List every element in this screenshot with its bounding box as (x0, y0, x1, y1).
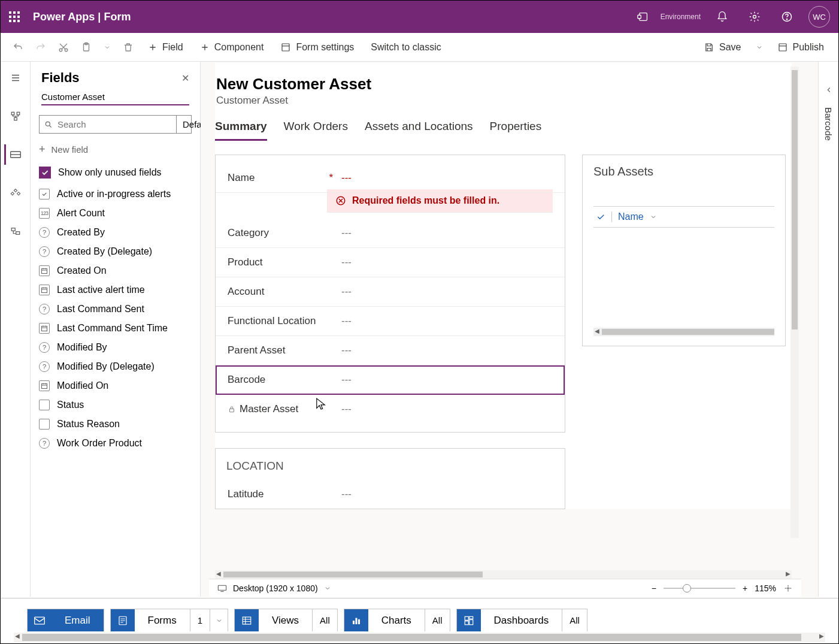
chevron-down-icon[interactable] (324, 585, 331, 592)
form-field-row[interactable]: Product--- (216, 248, 565, 277)
field-list-item[interactable]: ?Modified By (Delegate) (31, 357, 200, 376)
device-label[interactable]: Desktop (1920 x 1080) (233, 583, 318, 593)
tab-label: Email (52, 609, 104, 631)
save-button[interactable]: Save (696, 38, 748, 56)
form-field-row[interactable]: Functional Location--- (216, 307, 565, 336)
subassets-section[interactable]: Sub Assets Name ◀ (582, 155, 786, 346)
field-list-item[interactable]: ?Modified By (31, 338, 200, 357)
field-list-item[interactable]: Modified On (31, 376, 200, 395)
svg-rect-9 (282, 44, 289, 51)
help-icon[interactable] (776, 6, 798, 28)
form-field-row[interactable]: Category--- (216, 219, 565, 248)
rail-hamburger[interactable] (5, 68, 26, 88)
form-field-row[interactable]: Parent Asset--- (216, 336, 565, 365)
solution-tab[interactable]: ChartsAll (344, 609, 450, 631)
form-field-row[interactable]: Name*--- (216, 164, 565, 193)
svg-rect-13 (14, 117, 17, 120)
publish-button[interactable]: Publish (770, 38, 831, 56)
save-dropdown[interactable] (751, 40, 768, 55)
cut-button[interactable] (53, 38, 74, 56)
selected-field-label: Barcode (823, 107, 834, 141)
svg-rect-18 (42, 269, 47, 274)
switch-classic-button[interactable]: Switch to classic (364, 38, 448, 56)
paste-dropdown[interactable] (99, 40, 116, 55)
canvas-vscroll[interactable] (790, 66, 799, 538)
svg-rect-1 (637, 15, 641, 19)
show-unused-checkbox[interactable]: Show only unused fields (39, 167, 192, 179)
device-icon (217, 584, 227, 592)
field-list-item[interactable]: ?Work Order Product (31, 434, 200, 453)
field-list-item[interactable]: ?Last Command Sent (31, 300, 200, 319)
add-field-button[interactable]: Field (141, 38, 190, 56)
form-settings-button[interactable]: Form settings (273, 38, 361, 56)
field-list-item[interactable]: Active or in-progress alerts (31, 185, 200, 204)
field-list-item[interactable]: ?Created By (Delegate) (31, 242, 200, 261)
field-item-label: Created By (57, 227, 105, 238)
environment-picker[interactable]: Environment (661, 13, 701, 21)
field-item-label: Created On (57, 265, 107, 276)
zoom-out-button[interactable]: − (652, 583, 656, 593)
field-item-label: Last Command Sent (57, 304, 144, 315)
form-field-latitude[interactable]: Latitude --- (216, 480, 565, 509)
tab-count: 1 (190, 609, 210, 631)
undo-button[interactable] (8, 38, 28, 56)
app-launcher-icon[interactable] (9, 11, 20, 22)
field-list-item[interactable]: Created On (31, 261, 200, 280)
close-icon[interactable]: ✕ (181, 72, 189, 84)
fields-entity-tab[interactable]: Customer Asset (41, 92, 189, 105)
solution-tab[interactable]: ViewsAll (234, 609, 338, 631)
form-tab[interactable]: Properties (490, 120, 542, 141)
form-field-row[interactable]: Barcode--- (216, 365, 565, 395)
field-item-label: Alert Count (57, 208, 105, 219)
rail-components[interactable] (5, 183, 26, 203)
field-list-item[interactable]: Status Reason (31, 415, 200, 434)
canvas-hscroll[interactable]: ◀▶ (215, 570, 792, 579)
svg-rect-16 (16, 232, 19, 235)
form-tab[interactable]: Summary (215, 120, 267, 141)
lock-icon (228, 405, 236, 413)
fit-icon[interactable] (783, 583, 793, 593)
form-field-row[interactable]: Master Asset--- (216, 395, 565, 424)
new-field-button[interactable]: +New field (39, 143, 192, 156)
rail-tree[interactable] (5, 106, 26, 126)
form-tab[interactable]: Assets and Locations (365, 120, 473, 141)
tab-label: Views (259, 609, 312, 631)
rail-fields[interactable] (4, 144, 25, 165)
subassets-column-header[interactable]: Name (593, 206, 774, 228)
expand-pane-icon[interactable] (825, 86, 833, 94)
form-section-general[interactable]: Name*---Required fields must be filled i… (215, 155, 565, 433)
bottom-hscroll[interactable]: ◀▶ (14, 633, 825, 642)
search-input[interactable] (40, 116, 176, 133)
solution-tab[interactable]: Email (27, 609, 104, 631)
field-list-item[interactable]: Status (31, 395, 200, 415)
form-subtitle: Customer Asset (215, 95, 792, 107)
add-component-button[interactable]: Component (193, 38, 271, 56)
subassets-hscroll[interactable]: ◀ (593, 328, 774, 336)
zoom-slider[interactable] (664, 588, 735, 589)
field-item-label: Status (57, 400, 84, 410)
properties-pane-collapsed: Barcode (818, 62, 838, 597)
form-tab[interactable]: Work Orders (284, 120, 348, 141)
rail-data[interactable] (5, 221, 26, 241)
user-avatar[interactable]: WC (808, 6, 830, 28)
notifications-icon[interactable] (711, 6, 733, 28)
form-field-row[interactable]: Account--- (216, 277, 565, 307)
delete-button[interactable] (118, 38, 138, 56)
solution-tab[interactable]: Forms1 (110, 609, 229, 631)
zoom-in-button[interactable]: + (743, 583, 747, 593)
form-section-location[interactable]: LOCATION Latitude --- (215, 448, 565, 509)
field-list-item[interactable]: Last Command Sent Time (31, 319, 200, 338)
field-list-item[interactable]: 123Alert Count (31, 204, 200, 223)
redo-button[interactable] (31, 38, 51, 56)
save-label: Save (719, 42, 741, 53)
tab-dropdown[interactable] (210, 609, 228, 631)
svg-point-25 (787, 587, 789, 589)
help-icon: ? (39, 227, 50, 238)
option-icon (39, 419, 50, 430)
settings-icon[interactable] (744, 6, 765, 28)
field-list-item[interactable]: Last active alert time (31, 280, 200, 300)
solution-tab[interactable]: DashboardsAll (456, 609, 587, 631)
field-list-item[interactable]: ?Created By (31, 223, 200, 242)
paste-button[interactable] (76, 38, 96, 56)
tab-count: All (312, 609, 337, 631)
